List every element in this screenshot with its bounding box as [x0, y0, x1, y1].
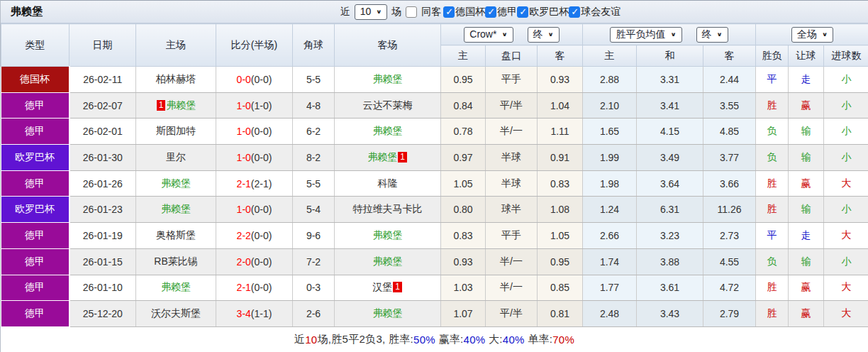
- away-team-cell: 科隆: [335, 170, 441, 197]
- goals-result-cell: 小: [824, 197, 868, 223]
- mean-draw-cell: 3.49: [637, 145, 703, 171]
- let-result-cell: 输: [789, 119, 824, 145]
- col-mean-home: 主: [583, 45, 637, 67]
- score-cell: 0-0(0-0): [216, 67, 293, 93]
- away-team-cell: 弗赖堡: [335, 119, 441, 145]
- col-home: 主场: [136, 24, 216, 67]
- scope-select[interactable]: 全场 ∨: [791, 27, 833, 43]
- chevron-down-icon: ∨: [548, 29, 554, 39]
- away-team-cell: 弗赖堡: [335, 67, 441, 93]
- col-wdl: 胜负: [756, 45, 789, 67]
- score-halftime: (1-1): [251, 308, 272, 319]
- summary-segment: 单率:: [525, 333, 553, 346]
- home-odds-cell: 0.78: [441, 119, 486, 145]
- home-odds-cell: 0.93: [441, 248, 486, 275]
- league-filters: 德国杯德甲欧罗巴杯球会友谊: [443, 6, 621, 18]
- mean-type-select[interactable]: 胜平负均值 ∨: [610, 27, 681, 43]
- home-odds-cell: 0.97: [441, 145, 486, 171]
- filter-label-bundesliga: 德甲: [497, 6, 517, 18]
- home-team-cell: 奥格斯堡: [136, 223, 216, 249]
- home-team-cell: 弗赖堡: [136, 197, 216, 223]
- summary-footer: 近10场,胜5平2负3, 胜率:50% 赢率:40% 大:40% 单率:70%: [1, 327, 868, 352]
- mean-away-cell: 2.44: [703, 67, 756, 93]
- score-fulltime: 1-0: [237, 126, 251, 137]
- score-fulltime: 1-0: [237, 100, 251, 111]
- date-cell: 26-02-01: [69, 119, 136, 145]
- goals-result-cell: 大: [824, 301, 868, 327]
- goals-result-cell: 小: [824, 67, 868, 93]
- competition-badge: 欧罗巴杯: [1, 197, 69, 223]
- away-team-cell: 弗赖堡: [335, 248, 441, 275]
- corner-cell: 0-3: [293, 275, 335, 301]
- mean-home-cell: 2.10: [583, 92, 637, 119]
- filter-checkbox-dfb-pokal[interactable]: [443, 6, 455, 18]
- score-fulltime: 2-1: [237, 282, 251, 293]
- table-row: 德国杯 26-02-11 柏林赫塔 0-0(0-0) 5-5 弗赖堡 0.95 …: [1, 67, 868, 93]
- same-away-checkbox[interactable]: [406, 6, 417, 18]
- same-away-label: 同客: [421, 6, 441, 18]
- filter-label-friendly: 球会友谊: [581, 6, 621, 18]
- score-halftime: (0-0): [251, 282, 272, 293]
- near-label: 近: [340, 6, 350, 18]
- mean-away-cell: 4.72: [703, 275, 756, 301]
- home-team-cell: RB莱比锡: [136, 248, 216, 275]
- home-team-name: 里尔: [166, 151, 186, 163]
- score-fulltime: 3-4: [237, 308, 251, 319]
- date-cell: 26-02-07: [69, 92, 136, 119]
- score-halftime: (0-0): [251, 126, 272, 137]
- home-odds-cell: 1.05: [441, 170, 486, 197]
- chevron-down-icon: ∨: [822, 29, 828, 39]
- away-odds-cell: 1.04: [538, 92, 583, 119]
- odds-source-select[interactable]: Crow* ∨: [464, 27, 513, 43]
- corner-cell: 4-8: [293, 92, 335, 119]
- away-team-name: 云达不莱梅: [363, 99, 413, 111]
- home-team-cell: 里尔: [136, 145, 216, 171]
- corner-cell: 5-5: [293, 170, 335, 197]
- home-team-cell: 斯图加特: [136, 119, 216, 145]
- col-corner: 角球: [293, 24, 335, 67]
- col-odds-away: 客: [538, 45, 583, 67]
- score-halftime: (0-0): [251, 152, 272, 163]
- col-handicap: 盘口: [486, 45, 538, 67]
- odds-time-select[interactable]: 终 ∨: [528, 27, 560, 43]
- table-row: 德甲 26-01-26 弗赖堡 2-1(2-1) 5-5 科隆 1.05 半球 …: [1, 170, 868, 197]
- filter-checkbox-bundesliga[interactable]: [485, 6, 496, 18]
- mean-home-cell: 1.99: [583, 145, 637, 171]
- summary-segment: 大:: [485, 333, 502, 346]
- home-team-cell: 弗赖堡: [136, 170, 216, 197]
- date-cell: 26-01-15: [69, 248, 136, 275]
- mean-time-select[interactable]: 终 ∨: [696, 27, 728, 43]
- summary-segment: 40%: [464, 334, 486, 346]
- mean-home-cell: 2.66: [583, 223, 637, 249]
- col-score: 比分(半场): [216, 24, 293, 67]
- home-team-cell: 沃尔夫斯堡: [136, 301, 216, 327]
- handicap-cell: 半/一: [486, 119, 538, 145]
- mean-draw-cell: 4.15: [637, 119, 703, 145]
- home-odds-cell: 1.07: [441, 301, 486, 327]
- col-away: 客场: [335, 24, 441, 67]
- goals-result-cell: 小: [824, 92, 868, 119]
- mean-draw-cell: 3.43: [637, 301, 703, 327]
- mean-away-cell: 3.55: [703, 92, 756, 119]
- score-cell: 1-0(1-0): [216, 92, 293, 119]
- mean-draw-cell: 3.64: [637, 170, 703, 197]
- score-halftime: (0-0): [251, 230, 272, 241]
- date-cell: 25-12-20: [69, 301, 136, 327]
- table-row: 欧罗巴杯 26-01-23 弗赖堡 1-0(0-0) 5-4 特拉维夫马卡比 0…: [1, 197, 868, 223]
- goals-result-cell: 大: [824, 170, 868, 197]
- filter-checkbox-europa[interactable]: [517, 6, 528, 18]
- filter-checkbox-friendly[interactable]: [569, 6, 580, 18]
- mean-type-value: 胜平负均值: [616, 28, 665, 40]
- mean-home-cell: 1.24: [583, 197, 637, 223]
- let-result-cell: 走: [789, 67, 824, 93]
- home-team-name: 沃尔夫斯堡: [151, 307, 201, 319]
- home-team-name: 弗赖堡: [166, 99, 196, 111]
- mean-draw-cell: 3.41: [637, 92, 703, 119]
- odds-time-value: 终: [533, 28, 543, 40]
- let-result-cell: 赢: [789, 92, 824, 119]
- score-cell: 1-0(0-0): [216, 197, 293, 223]
- away-odds-cell: 0.83: [538, 170, 583, 197]
- topbar: 弗赖堡 近 10 ∨ 场 同客 德国杯德甲欧罗巴杯球会友谊: [1, 1, 868, 23]
- home-odds-cell: 0.95: [441, 67, 486, 93]
- recent-count-select[interactable]: 10 ∨: [355, 4, 388, 20]
